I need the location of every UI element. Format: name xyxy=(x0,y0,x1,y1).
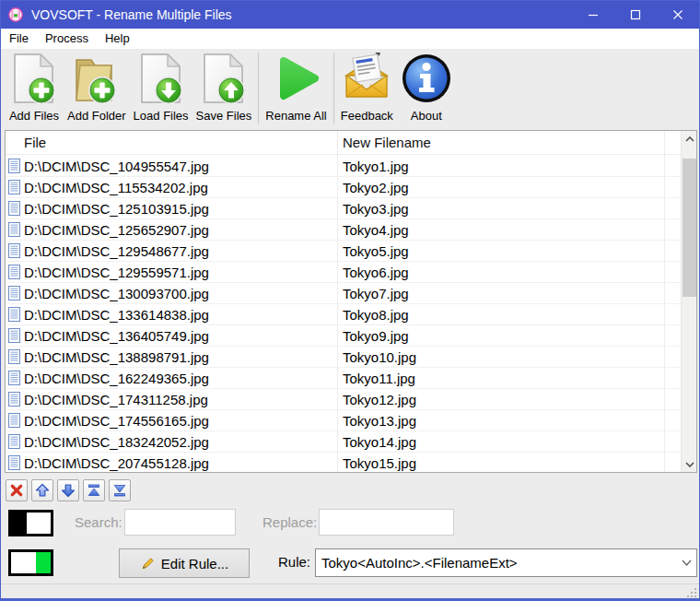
table-row[interactable]: D:\DCIM\DSC_129559571.jpg Tokyo6.jpg xyxy=(6,262,681,283)
scroll-up-button[interactable] xyxy=(682,131,697,147)
search-enable-toggle[interactable] xyxy=(8,510,53,536)
window-title: VOVSOFT - Rename Multiple Files xyxy=(31,7,232,22)
table-row[interactable]: D:\DCIM\DSC_183242052.jpg Tokyo14.jpg xyxy=(6,431,681,453)
toolbar-separator xyxy=(333,53,334,124)
table-row[interactable]: D:\DCIM\DSC_207455128.jpg Tokyo15.jpg xyxy=(6,453,681,472)
move-to-top-button[interactable] xyxy=(83,479,105,501)
close-button[interactable] xyxy=(657,1,699,29)
file-doc-icon xyxy=(8,413,20,428)
toolbar-label: Add Files xyxy=(9,109,59,123)
replace-label: Replace: xyxy=(262,514,317,530)
pencil-icon xyxy=(140,556,156,572)
new-filename: Tokyo3.jpg xyxy=(343,201,409,217)
scrollbar-thumb[interactable] xyxy=(682,159,696,297)
table-row[interactable]: D:\DCIM\DSC_125103915.jpg Tokyo3.jpg xyxy=(6,198,681,219)
table-row[interactable]: D:\DCIM\DSC_174311258.jpg Tokyo12.jpg xyxy=(6,389,681,410)
load-files-icon xyxy=(135,53,187,104)
vertical-scrollbar[interactable] xyxy=(681,131,696,472)
add-files-button[interactable]: Add Files xyxy=(5,52,64,123)
new-filename: Tokyo1.jpg xyxy=(343,159,409,174)
table-row[interactable]: D:\DCIM\DSC_129548677.jpg Tokyo5.jpg xyxy=(6,241,681,262)
toolbar-label: Feedback xyxy=(341,109,393,123)
column-header-file[interactable]: File xyxy=(24,135,46,150)
rule-value: Tokyo<AutoInc>.<FilenameExt> xyxy=(321,555,676,571)
chevron-down-icon xyxy=(682,560,692,566)
maximize-button[interactable] xyxy=(614,1,657,29)
move-to-bottom-button[interactable] xyxy=(109,479,131,501)
move-up-button[interactable] xyxy=(31,479,53,501)
file-doc-icon xyxy=(8,328,20,343)
search-input[interactable] xyxy=(124,509,236,536)
menu-file[interactable]: File xyxy=(1,29,37,49)
arrow-to-bottom-icon xyxy=(112,483,127,498)
table-row[interactable]: D:\DCIM\DSC_138898791.jpg Tokyo10.jpg xyxy=(6,347,681,368)
toolbar-label: Rename All xyxy=(265,109,326,123)
delete-x-icon xyxy=(9,483,24,498)
menu-process[interactable]: Process xyxy=(37,29,97,49)
add-files-icon xyxy=(8,53,60,104)
rule-enable-toggle[interactable] xyxy=(8,549,53,576)
arrow-down-icon xyxy=(61,483,76,498)
toggle-fill xyxy=(36,552,51,573)
toolbar-label: Save Files xyxy=(196,109,252,123)
scroll-down-button[interactable] xyxy=(682,456,697,472)
rule-label: Rule: xyxy=(276,554,310,570)
table-row[interactable]: D:\DCIM\DSC_130093700.jpg Tokyo7.jpg xyxy=(6,283,681,304)
statusbar xyxy=(1,583,699,599)
toolbar-separator xyxy=(258,53,259,124)
delete-selected-button[interactable] xyxy=(6,479,28,501)
search-label: Search: xyxy=(75,514,122,530)
table-row[interactable]: D:\DCIM\DSC_136405749.jpg Tokyo9.jpg xyxy=(6,325,681,347)
maximize-icon xyxy=(630,9,641,20)
file-path: D:\DCIM\DSC_129548677.jpg xyxy=(24,243,209,259)
table-row[interactable]: D:\DCIM\DSC_133614838.jpg Tokyo8.jpg xyxy=(6,304,681,325)
table-row[interactable]: D:\DCIM\DSC_125652907.jpg Tokyo4.jpg xyxy=(6,219,681,241)
file-doc-icon xyxy=(8,371,20,385)
file-doc-icon xyxy=(8,159,20,173)
combo-dropdown-button[interactable] xyxy=(676,549,696,576)
load-files-button[interactable]: Load Files xyxy=(130,52,192,123)
feedback-envelope-icon xyxy=(341,53,392,104)
about-button[interactable]: About xyxy=(397,52,456,123)
toggle-fill xyxy=(11,513,27,534)
add-folder-button[interactable]: Add Folder xyxy=(64,52,130,123)
save-files-button[interactable]: Save Files xyxy=(192,52,256,123)
file-path: D:\DCIM\DSC_183242052.jpg xyxy=(24,434,209,450)
rule-combobox[interactable]: Tokyo<AutoInc>.<FilenameExt> xyxy=(315,548,697,577)
toolbar-label: Add Folder xyxy=(67,109,126,123)
resize-grip-icon[interactable] xyxy=(686,587,696,597)
chevron-down-icon xyxy=(685,462,694,467)
move-down-button[interactable] xyxy=(57,479,79,501)
file-doc-icon xyxy=(8,434,20,449)
file-path: D:\DCIM\DSC_115534202.jpg xyxy=(24,180,208,195)
minimize-icon xyxy=(588,9,599,20)
table-row[interactable]: D:\DCIM\DSC_174556165.jpg Tokyo13.jpg xyxy=(6,410,681,431)
list-rows: D:\DCIM\DSC_104955547.jpg Tokyo1.jpg D:\… xyxy=(6,156,681,472)
table-row[interactable]: D:\DCIM\DSC_162249365.jpg Tokyo11.jpg xyxy=(6,368,681,389)
toolbar-label: About xyxy=(411,109,442,123)
edit-rule-label: Edit Rule... xyxy=(161,556,228,572)
column-header-new-filename[interactable]: New Filename xyxy=(343,135,431,150)
file-doc-icon xyxy=(8,286,20,300)
list-header: File New Filename xyxy=(6,131,696,155)
new-filename: Tokyo10.jpg xyxy=(343,349,416,365)
rename-all-button[interactable]: Rename All xyxy=(262,52,330,123)
edit-rule-button[interactable]: Edit Rule... xyxy=(119,548,250,578)
new-filename: Tokyo2.jpg xyxy=(343,180,409,195)
replace-input[interactable] xyxy=(319,509,454,536)
file-path: D:\DCIM\DSC_104955547.jpg xyxy=(24,159,209,174)
file-doc-icon xyxy=(8,222,20,237)
new-filename: Tokyo8.jpg xyxy=(343,307,409,323)
file-doc-icon xyxy=(8,201,20,216)
feedback-button[interactable]: Feedback xyxy=(337,52,397,123)
new-filename: Tokyo15.jpg xyxy=(343,455,416,471)
menu-help[interactable]: Help xyxy=(97,29,138,49)
about-info-icon xyxy=(401,53,452,104)
new-filename: Tokyo14.jpg xyxy=(343,434,416,450)
table-row[interactable]: D:\DCIM\DSC_104955547.jpg Tokyo1.jpg xyxy=(6,156,681,177)
menubar: File Process Help xyxy=(1,29,699,49)
rename-all-icon xyxy=(271,53,322,104)
minimize-button[interactable] xyxy=(572,1,614,29)
table-row[interactable]: D:\DCIM\DSC_115534202.jpg Tokyo2.jpg xyxy=(6,177,681,198)
new-filename: Tokyo13.jpg xyxy=(343,413,416,429)
